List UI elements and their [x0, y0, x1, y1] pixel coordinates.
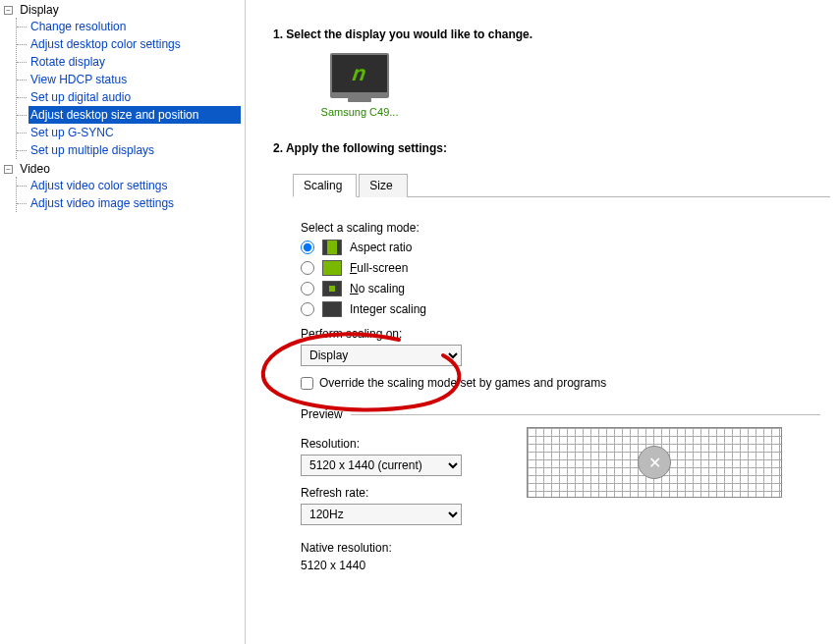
tree-collapse-icon[interactable]: − — [4, 6, 13, 15]
tree-item-digital-audio[interactable]: Set up digital audio — [28, 88, 241, 106]
resolution-label: Resolution: — [301, 437, 497, 451]
override-checkbox[interactable] — [301, 377, 313, 390]
tree-item-color-settings[interactable]: Adjust desktop color settings — [28, 35, 241, 53]
native-resolution-value: 5120 x 1440 — [301, 559, 497, 572]
tree-item-hdcp-status[interactable]: View HDCP status — [28, 71, 241, 88]
scaling-panel: Select a scaling mode: Aspect ratio Full… — [273, 197, 830, 582]
radio-aspect-ratio[interactable] — [301, 241, 314, 254]
override-label: Override the scaling mode set by games a… — [319, 376, 606, 390]
tree-item-gsync[interactable]: Set up G-SYNC — [28, 124, 241, 141]
radio-integer-scaling[interactable] — [301, 302, 314, 316]
settings-tree: − Display Change resolution Adjust deskt… — [0, 0, 246, 644]
full-screen-icon — [322, 260, 342, 276]
tab-scaling[interactable]: Scaling — [293, 174, 357, 197]
perform-scaling-label: Perform scaling on: — [301, 327, 820, 341]
main-panel: 1. Select the display you would like to … — [246, 0, 840, 644]
preview-grid: ✕ — [527, 427, 782, 498]
tree-collapse-icon[interactable]: − — [4, 165, 13, 174]
preview-circle-icon: ✕ — [638, 446, 671, 479]
scaling-mode-label: Select a scaling mode: — [301, 221, 820, 235]
radio-no-scaling[interactable] — [301, 282, 314, 295]
tree-item-video-image[interactable]: Adjust video image settings — [28, 194, 241, 212]
mode-label-integer: Integer scaling — [350, 302, 426, 316]
tree-root-display[interactable]: Display — [20, 3, 58, 17]
native-resolution-label: Native resolution: — [301, 541, 497, 555]
tree-item-video-color[interactable]: Adjust video color settings — [28, 177, 241, 194]
preview-label: Preview — [301, 407, 343, 421]
tree-root-video[interactable]: Video — [20, 162, 49, 176]
step1-header: 1. Select the display you would like to … — [273, 27, 830, 41]
radio-full-screen[interactable] — [301, 261, 314, 275]
tree-item-change-resolution[interactable]: Change resolution — [28, 18, 241, 35]
mode-label-noscale: No scaling — [350, 282, 405, 295]
perform-scaling-select[interactable]: Display — [301, 345, 462, 366]
tab-size[interactable]: Size — [359, 174, 407, 197]
tree-item-rotate-display[interactable]: Rotate display — [28, 53, 241, 71]
tree-item-multiple-displays[interactable]: Set up multiple displays — [28, 141, 241, 159]
tab-bar: Scaling Size — [293, 173, 830, 197]
step2-header: 2. Apply the following settings: — [273, 141, 830, 155]
monitor-icon: n — [330, 53, 389, 98]
display-label: Samsung C49... — [320, 106, 399, 118]
display-selector[interactable]: n Samsung C49... — [320, 53, 399, 118]
integer-scaling-icon — [322, 301, 342, 317]
resolution-select[interactable]: 5120 x 1440 (current) — [301, 455, 462, 476]
mode-label-aspect: Aspect ratio — [350, 241, 412, 254]
annotation-circle — [252, 330, 487, 418]
mode-label-full: Full-screen — [350, 261, 408, 275]
no-scaling-icon — [322, 281, 342, 296]
tree-item-desktop-size-position[interactable]: Adjust desktop size and position — [28, 106, 241, 124]
aspect-ratio-icon — [322, 240, 342, 255]
refresh-label: Refresh rate: — [301, 486, 497, 500]
refresh-select[interactable]: 120Hz — [301, 504, 462, 525]
